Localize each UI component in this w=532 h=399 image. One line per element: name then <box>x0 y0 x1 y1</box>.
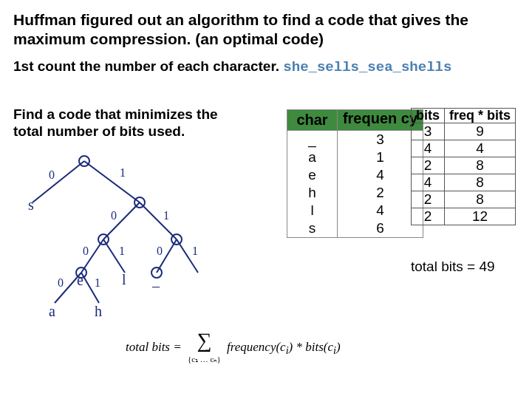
tree-bit: 0 <box>157 245 163 257</box>
slide-title: Huffman figured out an algorithm to find… <box>0 0 532 54</box>
tree-bit: 0 <box>49 168 55 181</box>
example-string: she_sells_sea_shells <box>283 59 451 75</box>
table-row: 28 <box>412 191 516 208</box>
tree-bit: 1 <box>120 166 126 179</box>
tree-bit: 0 <box>83 245 89 257</box>
table-row: _3 <box>287 131 423 149</box>
tree-leaf-s: s <box>28 197 34 213</box>
tree-bit: 1 <box>163 209 169 222</box>
tree-leaf-h: h <box>95 303 102 319</box>
table-row: 28 <box>412 157 516 174</box>
tree-bit: 1 <box>192 245 198 257</box>
svg-line-4 <box>103 202 140 239</box>
step1-text: 1st count the number of each character. … <box>0 54 532 77</box>
table-row: h2 <box>287 184 423 202</box>
tree-bit: 0 <box>111 209 117 222</box>
frequency-table: char frequen cy _3 a1 e4 h2 l4 s6 <box>287 109 423 238</box>
table-row: 48 <box>412 174 516 191</box>
svg-line-5 <box>140 202 177 239</box>
tree-leaf-a: a <box>49 303 55 319</box>
svg-line-2 <box>84 161 140 202</box>
formula: total bits = ∑ {c₁ … cₙ} frequency(ci) *… <box>126 331 341 366</box>
table-row: s6 <box>287 219 423 238</box>
table-row: 44 <box>412 140 516 157</box>
find-text: Find a code that minimizes the total num… <box>13 106 250 140</box>
col-freq-times-bits: freq * bits <box>445 109 516 123</box>
col-bits: bits <box>412 109 445 123</box>
col-char: char <box>287 110 338 131</box>
formula-sub: {c₁ … cₙ} <box>188 355 221 364</box>
tree-leaf-underscore: _ <box>151 272 160 288</box>
svg-line-1 <box>33 161 84 202</box>
tree-bit: 1 <box>95 276 100 289</box>
table-row: l4 <box>287 202 423 219</box>
huffman-tree: 0 1 s 0 1 0 1 e l 0 1 0 1 a h _ <box>10 151 225 313</box>
formula-lhs: total bits = <box>126 340 182 354</box>
tree-bit: 1 <box>119 245 125 257</box>
table-row: a1 <box>287 149 423 166</box>
tree-bit: 0 <box>58 276 64 289</box>
step1-prefix: 1st count the number of each character. <box>13 58 283 74</box>
table-row: 212 <box>412 208 516 225</box>
bits-table: bits freq * bits 39 44 28 48 28 212 <box>411 108 516 225</box>
table-row: 39 <box>412 123 516 140</box>
tree-leaf-l: l <box>122 271 126 287</box>
table-row: e4 <box>287 166 423 184</box>
total-bits-text: total bits = 49 <box>411 259 495 275</box>
